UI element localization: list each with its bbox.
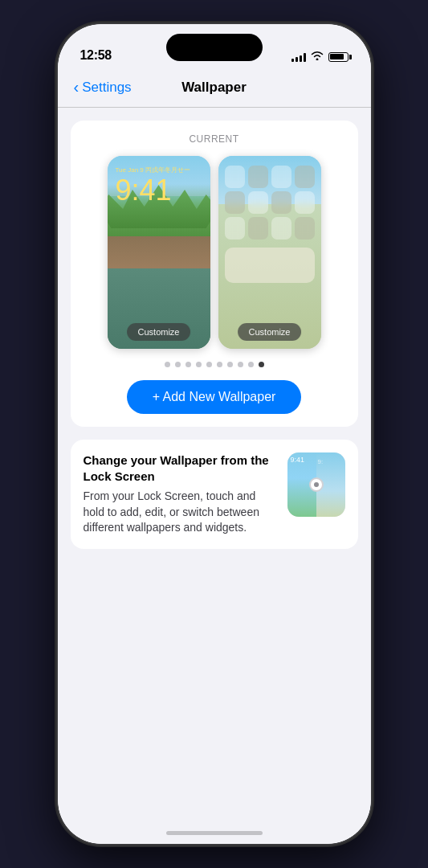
info-card: Change your Wallpaper from the Lock Scre… xyxy=(71,440,358,549)
app-icon xyxy=(225,191,245,214)
phone-frame: 12:58 xyxy=(58,24,371,844)
app-icon xyxy=(248,166,268,188)
add-wallpaper-container: + Add New Wallpaper xyxy=(84,380,345,414)
app-row-1 xyxy=(225,166,315,188)
app-row-2 xyxy=(225,191,315,214)
wallpaper-card: CURRENT xyxy=(71,121,358,427)
dot-6 xyxy=(217,362,222,367)
widget-strip xyxy=(225,248,315,283)
dot-4 xyxy=(196,362,202,367)
info-description: From your Lock Screen, touch and hold to… xyxy=(84,489,276,536)
app-icon xyxy=(225,217,245,240)
lock-screen-customize-button[interactable]: Customize xyxy=(127,323,191,341)
illus-time: 9:41 xyxy=(291,456,313,464)
current-label: CURRENT xyxy=(84,133,345,145)
status-time: 12:58 xyxy=(80,48,112,63)
app-icon xyxy=(248,217,268,240)
info-illustration: 9:41 9: xyxy=(287,452,345,517)
lock-screen-preview[interactable]: Tue Jan 9 丙戌年冬月せー 9:41 Customize xyxy=(108,156,210,349)
home-indicator-area xyxy=(58,821,371,844)
info-title: Change your Wallpaper from the Lock Scre… xyxy=(84,452,276,484)
dot-2 xyxy=(175,362,181,367)
home-screen-content xyxy=(218,156,321,349)
back-button[interactable]: ‹ Settings xyxy=(74,80,132,96)
dynamic-island xyxy=(166,34,263,61)
add-wallpaper-button[interactable]: + Add New Wallpaper xyxy=(127,380,302,414)
main-content: CURRENT xyxy=(58,108,371,821)
dot-9 xyxy=(248,362,254,367)
app-icon xyxy=(271,191,291,214)
dot-1 xyxy=(165,362,170,367)
signal-icon xyxy=(291,52,306,62)
app-icon xyxy=(225,166,245,188)
app-icon xyxy=(295,217,315,240)
app-icon xyxy=(295,191,315,214)
wifi-icon xyxy=(311,51,324,63)
battery-icon xyxy=(328,52,349,62)
app-row-3 xyxy=(225,217,315,240)
chevron-left-icon: ‹ xyxy=(74,79,79,95)
home-screen-preview[interactable]: Customize xyxy=(218,156,321,349)
screen: 12:58 xyxy=(58,24,371,844)
dot-8 xyxy=(238,362,243,367)
back-label[interactable]: Settings xyxy=(82,80,131,96)
app-icon xyxy=(271,217,291,240)
wallpaper-previews: Tue Jan 9 丙戌年冬月せー 9:41 Customize xyxy=(84,156,345,349)
app-icon xyxy=(295,166,315,188)
app-icon xyxy=(248,191,268,214)
status-icons xyxy=(291,51,349,63)
status-bar: 12:58 xyxy=(58,24,371,68)
home-indicator[interactable] xyxy=(166,831,263,835)
dot-3 xyxy=(185,362,191,367)
lock-illustration: 9:41 9: xyxy=(287,452,345,517)
home-screen-customize-button[interactable]: Customize xyxy=(238,323,302,341)
illus-divider xyxy=(309,477,324,492)
lock-screen-time: 9:41 xyxy=(116,176,202,205)
dot-10-active xyxy=(259,362,264,367)
page-title: Wallpaper xyxy=(181,80,247,96)
nav-bar: ‹ Settings Wallpaper xyxy=(58,68,371,108)
pagination-dots xyxy=(84,362,345,367)
dot-7 xyxy=(227,362,233,367)
info-text-block: Change your Wallpaper from the Lock Scre… xyxy=(84,452,276,536)
app-icon xyxy=(271,166,291,188)
lock-screen-content: Tue Jan 9 丙戌年冬月せー 9:41 xyxy=(108,156,210,349)
dot-5 xyxy=(206,362,212,367)
